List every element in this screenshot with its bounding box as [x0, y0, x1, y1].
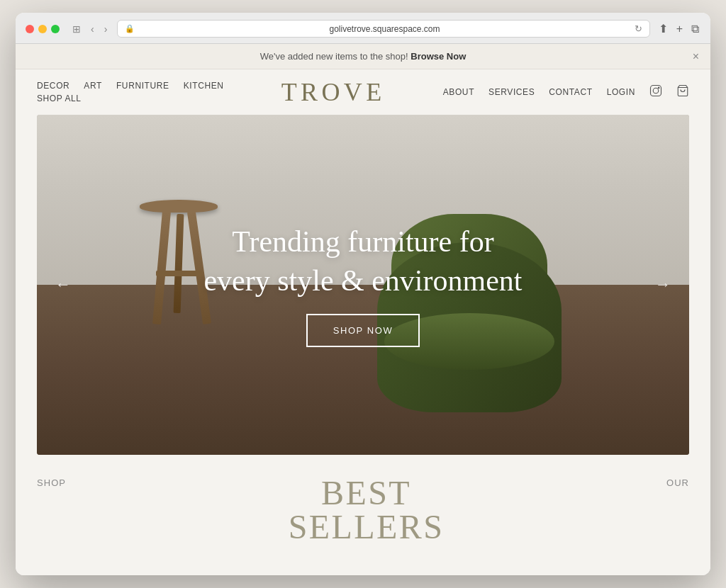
bottom-center-subtitle: SELLERS	[289, 510, 445, 544]
website-content: We've added new items to the shop! Brows…	[16, 44, 710, 575]
new-tab-button[interactable]: +	[675, 21, 684, 37]
announcement-bar: We've added new items to the shop! Brows…	[16, 44, 710, 69]
refresh-button[interactable]: ↻	[635, 23, 642, 34]
fullscreen-button[interactable]	[51, 25, 60, 33]
close-button[interactable]	[26, 25, 34, 33]
address-bar[interactable]: 🔒 golivetrove.squarespace.com ↻	[117, 20, 649, 38]
url-display: golivetrove.squarespace.com	[139, 24, 630, 34]
share-button[interactable]: ⬆	[657, 21, 669, 37]
close-announcement-button[interactable]: ×	[693, 50, 699, 63]
bottom-left-label: SHOP	[37, 477, 66, 488]
shop-now-button[interactable]: SHOP NOW	[306, 314, 420, 347]
nav-art[interactable]: ART	[84, 81, 102, 91]
hero-section: ← → Trending furniture for every style &…	[37, 115, 689, 455]
browse-now-link[interactable]: Browse Now	[411, 51, 466, 62]
nav-right: ABOUT SERVICES CONTACT LOGIN	[443, 84, 689, 100]
nav-decor[interactable]: DECOR	[37, 81, 69, 91]
browser-chrome: ⊞ ‹ › 🔒 golivetrove.squarespace.com ↻ ⬆ …	[16, 13, 710, 44]
hero-overlay: Trending furniture for every style & env…	[37, 115, 689, 455]
nav-shop-all[interactable]: SHOP ALL	[37, 94, 82, 103]
nav-contact[interactable]: CONTACT	[549, 87, 592, 97]
nav-left-row-1: DECOR ART FURNITURE KITCHEN	[37, 81, 224, 91]
traffic-lights	[26, 25, 60, 33]
nav-center: TROVE	[224, 79, 443, 105]
bottom-right: OUR	[666, 476, 689, 489]
forward-button[interactable]: ›	[101, 23, 111, 35]
minimize-button[interactable]	[38, 25, 47, 33]
browser-actions: ⬆ + ⧉	[657, 21, 700, 37]
navigation: DECOR ART FURNITURE KITCHEN SHOP ALL TRO…	[16, 69, 710, 115]
sidebar-toggle-button[interactable]: ⊞	[69, 23, 84, 35]
browser-controls: ⊞ ‹ ›	[69, 23, 110, 35]
nav-services[interactable]: SERVICES	[488, 87, 535, 97]
nav-furniture[interactable]: FURNITURE	[116, 81, 169, 91]
nav-about[interactable]: ABOUT	[443, 87, 474, 97]
svg-rect-0	[651, 86, 661, 96]
bottom-section: SHOP BEST SELLERS OUR	[16, 455, 710, 544]
browser-window: ⊞ ‹ › 🔒 golivetrove.squarespace.com ↻ ⬆ …	[16, 13, 710, 575]
bottom-left: SHOP	[37, 476, 66, 489]
lock-icon: 🔒	[125, 24, 135, 33]
nav-kitchen[interactable]: KITCHEN	[184, 81, 224, 91]
instagram-icon[interactable]	[649, 84, 662, 100]
back-button[interactable]: ‹	[88, 23, 97, 35]
brand-logo[interactable]: TROVE	[281, 79, 386, 105]
announcement-text: We've added new items to the shop! Brows…	[260, 51, 467, 62]
bottom-right-label: OUR	[666, 477, 689, 488]
svg-point-1	[653, 88, 659, 94]
hero-tagline: Trending furniture for every style & env…	[203, 222, 522, 300]
bottom-center: BEST SELLERS	[289, 476, 445, 544]
bottom-center-title: BEST	[289, 476, 445, 510]
nav-login[interactable]: LOGIN	[607, 87, 635, 97]
svg-point-2	[658, 87, 659, 89]
cart-icon[interactable]	[676, 84, 689, 100]
nav-left: DECOR ART FURNITURE KITCHEN SHOP ALL	[37, 81, 224, 103]
nav-left-row-2: SHOP ALL	[37, 94, 224, 103]
duplicate-button[interactable]: ⧉	[690, 21, 700, 37]
